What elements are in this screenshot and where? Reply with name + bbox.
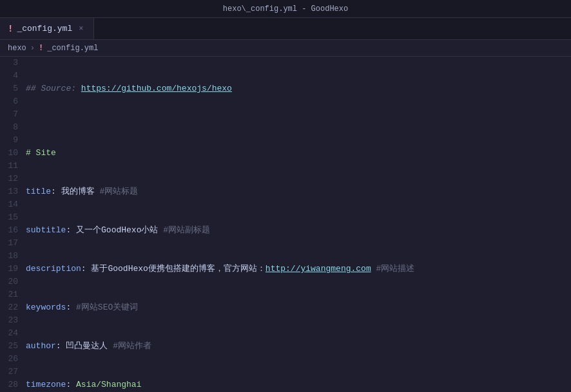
breadcrumb-file: _config.yml [47,44,98,53]
line-7: subtitle: 又一个GoodHexo小站 #网站副标题 [26,224,571,237]
tab-label: _config.yml [17,24,72,33]
line-6: title: 我的博客 #网站标题 [26,185,571,198]
line-numbers: 3 4 5 6 7 8 9 10 11 12 13 14 15 16 17 18… [0,57,23,392]
tab-close-button[interactable]: × [76,23,86,35]
breadcrumb-separator: › [30,44,35,53]
tab-bar: ! _config.yml × [0,18,571,40]
breadcrumb: hexo › ! _config.yml [0,40,571,57]
line-3: ## Source: https://github.com/hexojs/hex… [26,82,571,95]
line-11: timezone: Asia/Shanghai [26,378,571,391]
tab-icon: ! [8,24,13,34]
editor: 3 4 5 6 7 8 9 10 11 12 13 14 15 16 17 18… [0,57,571,392]
breadcrumb-root: hexo [8,44,26,53]
line-9: keywords: #网站SEO关键词 [26,301,571,314]
title-text: hexo\_config.yml - GoodHexo [223,5,348,14]
config-tab[interactable]: ! _config.yml × [0,18,94,39]
code-content[interactable]: ## Source: https://github.com/hexojs/hex… [23,57,571,392]
line-5: # Site [26,147,571,160]
title-bar: hexo\_config.yml - GoodHexo [0,0,571,18]
line-8: description: 基于GoodHexo便携包搭建的博客，官方网站：htt… [26,263,571,275]
breadcrumb-icon: ! [39,44,43,53]
line-10: author: 凹凸曼达人 #网站作者 [26,340,571,353]
